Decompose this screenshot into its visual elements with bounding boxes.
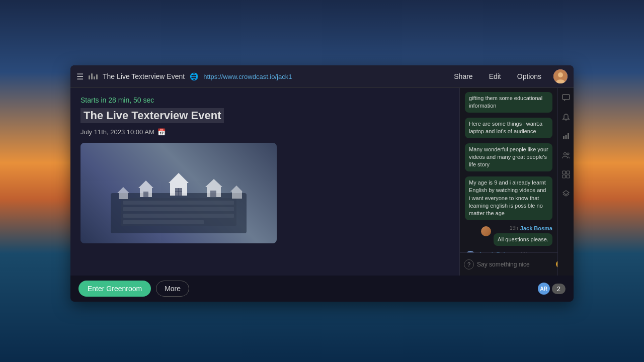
chat-message-4: My age is 9 and i already learnt English… [465,176,552,220]
header-url[interactable]: https://www.crowdcast.io/jack1 [203,73,292,80]
svg-marker-22 [117,187,129,193]
bottom-bar: Enter Greenroom More AR 2 [70,276,574,302]
chat-input-area: ? 😊 [460,252,557,276]
grid-side-icon[interactable] [560,168,572,180]
enter-greenroom-button[interactable]: Enter Greenroom [78,281,151,297]
svg-rect-16 [143,192,148,197]
event-date-text: July 11th, 2023 10:00 AM [80,128,154,136]
chat-bubble-4: My age is 9 and i already learnt English… [465,176,552,220]
svg-rect-23 [119,193,128,199]
share-button[interactable]: Share [450,70,476,82]
header-event-title: The Live Texterview Event [103,72,185,80]
chat-message-5: 19h Jack Bosma All questions please. [465,225,552,246]
chat-bubble-5: All questions please. [494,233,552,246]
logo-icon [89,73,98,79]
svg-marker-34 [563,191,569,195]
globe-icon: 🌐 [190,72,198,80]
user-avatar[interactable] [553,69,568,83]
event-date: July 11th, 2023 10:00 AM 📅 [80,128,449,136]
logo-bar-3 [94,76,95,79]
svg-rect-21 [232,192,242,199]
event-name: The Live Texterview Event [80,108,224,123]
chart-side-icon[interactable] [560,130,572,142]
svg-point-1 [558,72,563,77]
svg-marker-17 [205,179,222,187]
overlay-houses [80,143,277,243]
main-content: Starts in 28 min, 50 sec The Live Texter… [70,88,574,276]
chat-sender-5: 19h Jack Bosma [510,225,552,231]
chat-message-2: Here are some things i want:a laptop and… [465,118,552,138]
svg-rect-7 [123,214,234,218]
calendar-icon[interactable]: 📅 [157,128,166,136]
edit-button[interactable]: Edit [485,70,505,82]
logo-bar-1 [89,75,90,79]
svg-rect-30 [562,171,566,174]
starts-in-text: Starts in 28 min, 50 sec [80,96,449,104]
chat-input[interactable] [477,261,552,268]
svg-rect-19 [210,191,216,197]
left-panel: Starts in 28 min, 50 sec The Live Texter… [70,88,459,276]
svg-rect-24 [562,95,570,100]
chat-side-icon[interactable] [560,92,572,104]
layers-side-icon[interactable] [560,188,572,200]
svg-rect-26 [565,135,567,139]
svg-rect-33 [567,175,570,178]
svg-rect-25 [563,136,565,139]
chat-message-1: gifting them some educational informatio… [465,92,552,113]
svg-rect-5 [123,201,234,205]
svg-rect-8 [123,220,204,224]
chat-message-3: Many wonderful people like your videos a… [465,143,552,171]
message-with-avatar-5: 19h Jack Bosma All questions please. [481,225,552,246]
event-image [80,143,277,243]
header-bar: ☰ The Live Texterview Event 🌐 https://ww… [70,65,574,88]
svg-rect-27 [568,133,569,139]
svg-rect-32 [562,175,566,178]
svg-point-29 [567,153,569,155]
attendee-count-badge: 2 [552,284,566,294]
main-window: ☰ The Live Texterview Event 🌐 https://ww… [70,65,574,302]
chat-bubble-3: Many wonderful people like your videos a… [465,143,552,171]
attendee-avatar-ar: AR [538,283,550,295]
svg-marker-20 [230,186,243,192]
side-icons-panel [557,88,574,276]
chat-bubble-1: gifting them some educational informatio… [465,92,552,113]
svg-rect-6 [123,207,234,211]
logo-bar-4 [96,74,98,79]
logo-bar-2 [91,73,93,79]
hamburger-icon[interactable]: ☰ [76,72,84,81]
chat-sender-name-5: Jack Bosma [520,225,552,231]
header-right: Share Edit Options [450,69,568,83]
svg-rect-31 [567,171,570,174]
options-button[interactable]: Options [513,70,545,82]
question-mark-icon[interactable]: ? [464,259,474,269]
notification-side-icon[interactable] [560,111,572,123]
chat-bubble-2: Here are some things i want:a laptop and… [465,118,552,138]
header-left: ☰ The Live Texterview Event 🌐 https://ww… [76,72,450,81]
chat-messages: gifting them some educational informatio… [460,88,557,252]
svg-marker-9 [169,173,189,183]
attendee-badges: AR 2 [538,283,566,295]
chat-time-5: 19h [510,225,518,231]
right-panel: gifting them some educational informatio… [459,88,557,276]
more-button[interactable]: More [156,281,189,297]
jack-bosma-avatar-5 [481,226,491,236]
svg-point-28 [564,153,566,155]
people-side-icon[interactable] [560,149,572,161]
svg-marker-14 [138,180,153,188]
